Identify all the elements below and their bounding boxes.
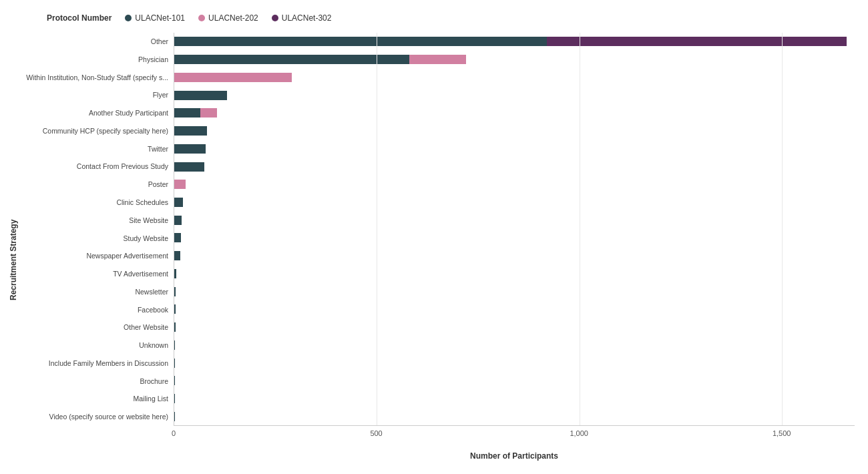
- bar-segment-20-0: [174, 394, 175, 403]
- bar-row: [174, 86, 855, 104]
- y-label: Include Family Members in Discussion: [20, 354, 168, 373]
- legend-title: Protocol Number: [47, 13, 112, 23]
- chart-container: Protocol NumberULACNet-101ULACNet-202ULA…: [0, 0, 868, 474]
- y-label: Facebook: [20, 300, 168, 318]
- bar-row: [174, 194, 855, 212]
- y-axis-label: Recruitment Strategy: [7, 33, 20, 461]
- bar-row: [174, 282, 855, 300]
- bar-row: [174, 51, 855, 69]
- bar-row: [174, 140, 855, 158]
- x-tick: 500: [370, 429, 382, 437]
- y-label: Flyer: [20, 86, 168, 104]
- bar-segment-16-0: [174, 322, 176, 332]
- y-label: Unknown: [20, 336, 168, 354]
- bar-row: [174, 336, 855, 354]
- bar-row: [174, 390, 855, 408]
- bar-segment-4-1: [200, 108, 216, 117]
- y-label: TV Advertisement: [20, 265, 168, 283]
- chart-area: Recruitment Strategy OtherPhysicianWithi…: [7, 33, 855, 461]
- bar-segment-11-0: [174, 233, 181, 242]
- bar-row: [174, 229, 855, 247]
- bar-segment-4-0: [174, 108, 200, 117]
- bar-segment-21-0: [174, 412, 175, 421]
- bar-row: [174, 68, 855, 86]
- y-label: Community HCP (specify specialty here): [20, 122, 168, 140]
- bar-segment-0-0: [174, 37, 547, 46]
- y-label: Physician: [20, 51, 168, 69]
- bar-segment-15-0: [174, 304, 176, 314]
- legend-label-1: ULACNet-202: [208, 13, 258, 23]
- bar-row: [174, 104, 855, 122]
- bars-plot: [174, 33, 855, 426]
- bar-segment-19-0: [174, 376, 175, 385]
- bar-segment-17-0: [174, 340, 175, 350]
- x-tick: 1,500: [773, 429, 791, 437]
- bar-segment-6-0: [174, 144, 206, 154]
- bar-row: [174, 33, 855, 51]
- y-label: Twitter: [20, 140, 168, 158]
- y-label: Other Website: [20, 318, 168, 336]
- legend-item-2: ULACNet-302: [272, 13, 332, 23]
- y-label: Video (specify source or website here): [20, 408, 168, 426]
- bar-segment-9-0: [174, 198, 183, 207]
- bar-segment-5-0: [174, 126, 207, 136]
- bar-segment-1-0: [174, 55, 409, 64]
- bar-segment-2-1: [174, 73, 292, 82]
- y-labels: OtherPhysicianWithin Institution, Non-St…: [20, 33, 174, 426]
- bar-segment-1-1: [409, 55, 466, 64]
- bar-row: [174, 354, 855, 372]
- y-label: Contact From Previous Study: [20, 158, 168, 176]
- legend: Protocol NumberULACNet-101ULACNet-202ULA…: [47, 13, 855, 23]
- y-label: Newspaper Advertisement: [20, 247, 168, 265]
- grid-line: [782, 33, 783, 425]
- grid-line: [580, 33, 580, 425]
- bar-row: [174, 247, 855, 265]
- y-label: Clinic Schedules: [20, 194, 168, 212]
- bar-segment-3-0: [174, 91, 227, 100]
- bar-segment-10-0: [174, 216, 182, 225]
- x-tick: 1,000: [570, 429, 588, 437]
- legend-label-2: ULACNet-302: [282, 13, 332, 23]
- y-label: Brochure: [20, 373, 168, 391]
- legend-dot-2: [272, 15, 278, 21]
- chart-inner: OtherPhysicianWithin Institution, Non-St…: [20, 33, 855, 461]
- bar-row: [174, 122, 855, 140]
- bar-segment-12-0: [174, 251, 180, 260]
- bar-row: [174, 265, 855, 283]
- bar-segment-0-2: [547, 37, 847, 46]
- y-label: Other: [20, 33, 168, 51]
- y-label: Within Institution, Non-Study Staff (spe…: [20, 69, 168, 87]
- bar-segment-13-0: [174, 269, 176, 278]
- legend-dot-0: [125, 15, 132, 21]
- bar-row: [174, 211, 855, 229]
- bar-segment-18-0: [174, 359, 175, 368]
- bar-row: [174, 176, 855, 194]
- bar-row: [174, 318, 855, 336]
- bar-row: [174, 372, 855, 390]
- grid-line: [377, 33, 377, 425]
- bar-row: [174, 300, 855, 318]
- y-label: Newsletter: [20, 283, 168, 301]
- x-axis: 05001,0001,500: [174, 426, 855, 439]
- legend-item-0: ULACNet-101: [125, 13, 185, 23]
- bar-segment-14-0: [174, 287, 176, 296]
- y-label: Site Website: [20, 212, 168, 230]
- x-axis-label: Number of Participants: [174, 451, 855, 461]
- y-label: Mailing List: [20, 390, 168, 408]
- y-label: Poster: [20, 176, 168, 194]
- y-label: Another Study Participant: [20, 104, 168, 122]
- y-label: Study Website: [20, 229, 168, 247]
- legend-item-1: ULACNet-202: [198, 13, 258, 23]
- bar-row: [174, 158, 855, 176]
- bar-segment-8-1: [174, 180, 186, 189]
- bar-segment-7-0: [174, 162, 204, 172]
- bars-section: OtherPhysicianWithin Institution, Non-St…: [20, 33, 855, 426]
- legend-label-0: ULACNet-101: [135, 13, 185, 23]
- legend-dot-1: [198, 15, 205, 21]
- x-tick: 0: [172, 429, 176, 437]
- bar-row: [174, 407, 855, 425]
